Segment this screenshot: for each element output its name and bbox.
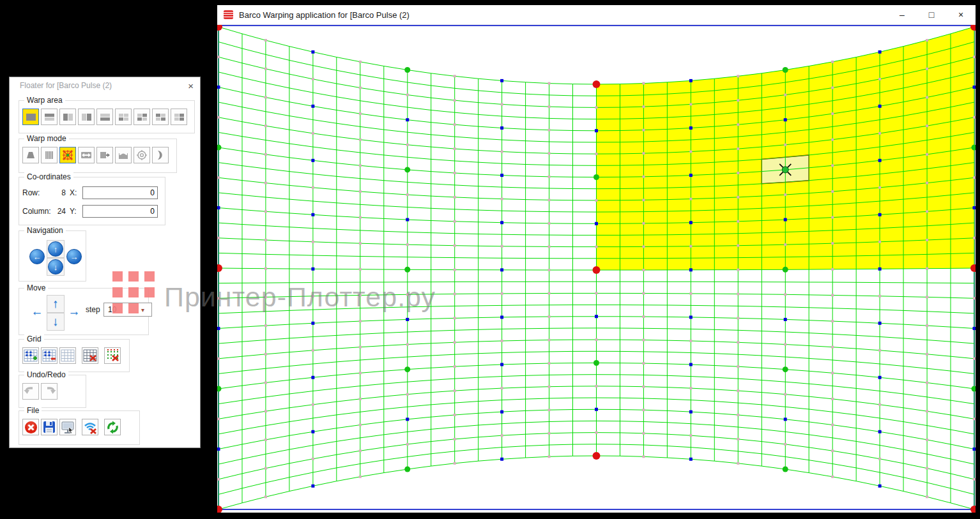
move-right[interactable]: → xyxy=(65,303,83,320)
floater-title: Floater for [Barco Pulse (2) xyxy=(20,81,112,90)
area-top-bottom[interactable] xyxy=(41,109,57,125)
y-input[interactable] xyxy=(82,205,158,218)
file-disconnect[interactable] xyxy=(82,419,98,435)
coordinates-label: Co-ordinates xyxy=(24,172,73,181)
warp-mode-label: Warp mode xyxy=(24,134,69,143)
chevron-down-icon: ▾ xyxy=(141,306,151,313)
step-label: step xyxy=(86,305,100,314)
close-button[interactable]: × xyxy=(946,6,976,24)
up-arrow-icon: ↑ xyxy=(48,241,63,257)
down-arrow-icon: ↓ xyxy=(48,259,63,275)
coordinates-group: Co-ordinates Row: 8 X: Column: 24 Y: xyxy=(19,177,165,225)
undo-redo-group: Undo/Redo xyxy=(19,375,86,408)
nav-right[interactable]: → xyxy=(65,248,83,266)
move-up[interactable]: ↑ xyxy=(47,295,65,313)
grid-clear-points[interactable] xyxy=(104,347,121,364)
grid-label: Grid xyxy=(24,335,44,343)
row-label: Row: xyxy=(22,188,53,197)
up-arrow-icon: ↑ xyxy=(52,297,59,311)
warp-mode-group: Warp mode xyxy=(19,139,177,173)
right-arrow-icon: → xyxy=(66,249,82,264)
undo-button[interactable] xyxy=(22,383,39,400)
move-down[interactable]: ↓ xyxy=(47,313,65,331)
grid-group: Grid xyxy=(19,339,130,372)
file-label: File xyxy=(24,406,42,415)
left-arrow-icon: ← xyxy=(29,249,45,264)
warp-mesh-canvas[interactable] xyxy=(217,25,976,513)
warp-area-label: Warp area xyxy=(24,96,65,105)
floater-window[interactable]: Floater for [Barco Pulse (2) × Warp area… xyxy=(9,77,201,448)
mode-curve[interactable] xyxy=(152,147,169,163)
title-bar[interactable]: Barco Warping application for [Barco Pul… xyxy=(217,5,976,25)
area-left-right-2[interactable] xyxy=(78,109,95,125)
area-top-bottom-2[interactable] xyxy=(96,109,113,125)
area-left-right[interactable] xyxy=(59,109,76,125)
move-left[interactable]: ← xyxy=(28,303,46,320)
mode-rotate[interactable] xyxy=(115,147,132,163)
area-quad-bl[interactable] xyxy=(115,109,132,125)
step-combo[interactable]: 10 ▾ xyxy=(103,303,152,317)
left-arrow-icon: ← xyxy=(31,305,43,319)
x-input[interactable] xyxy=(82,186,158,199)
main-window: Barco Warping application for [Barco Pul… xyxy=(217,5,976,512)
file-save[interactable] xyxy=(41,419,57,435)
mode-keystone[interactable] xyxy=(22,147,39,163)
nav-down[interactable]: ↓ xyxy=(47,258,65,276)
area-quad-right[interactable] xyxy=(171,109,187,125)
mode-grid-points[interactable] xyxy=(59,147,76,163)
grid-remove-point[interactable] xyxy=(41,347,57,364)
row-value: 8 xyxy=(53,188,70,197)
nav-up[interactable]: ↑ xyxy=(47,240,65,258)
floater-close-icon[interactable]: × xyxy=(188,81,194,91)
grid-show[interactable] xyxy=(59,347,76,364)
file-apply-display[interactable] xyxy=(59,419,76,435)
maximize-button[interactable]: □ xyxy=(917,6,946,24)
navigation-group: Navigation ←↑→↓ xyxy=(19,230,86,282)
barco-logo-icon xyxy=(224,10,233,19)
grid-add-point[interactable] xyxy=(22,347,39,364)
mode-shift[interactable] xyxy=(96,147,113,163)
column-value: 24 xyxy=(53,207,70,216)
undo-redo-label: Undo/Redo xyxy=(24,370,68,379)
mode-center[interactable] xyxy=(134,147,150,163)
area-quad-diag[interactable] xyxy=(134,109,150,125)
window-title: Barco Warping application for [Barco Pul… xyxy=(239,10,410,20)
file-refresh[interactable] xyxy=(104,419,121,435)
column-label: Column: xyxy=(22,207,53,216)
x-label: X: xyxy=(70,188,82,197)
desktop: { "main_window": { "title": "Barco Warpi… xyxy=(0,0,980,519)
right-arrow-icon: → xyxy=(68,305,80,319)
area-full[interactable] xyxy=(22,109,39,125)
down-arrow-icon: ↓ xyxy=(52,315,59,329)
grid-reset[interactable] xyxy=(82,347,98,364)
file-group: File xyxy=(19,410,140,445)
file-exit[interactable] xyxy=(22,419,39,435)
y-label: Y: xyxy=(70,207,82,216)
area-quad-diag-2[interactable] xyxy=(152,109,169,125)
move-group: Move step 10 ▾ ←↑→↓ xyxy=(19,288,149,335)
nav-left[interactable]: ← xyxy=(28,248,46,266)
mode-width[interactable] xyxy=(78,147,95,163)
step-value: 10 xyxy=(104,305,141,314)
warp-area-group: Warp area xyxy=(19,100,195,133)
minimize-button[interactable]: – xyxy=(887,6,917,24)
floater-title-bar[interactable]: Floater for [Barco Pulse (2) × xyxy=(10,77,200,94)
redo-button[interactable] xyxy=(41,383,57,400)
mode-linearity[interactable] xyxy=(41,147,57,163)
window-controls: – □ × xyxy=(887,6,976,24)
